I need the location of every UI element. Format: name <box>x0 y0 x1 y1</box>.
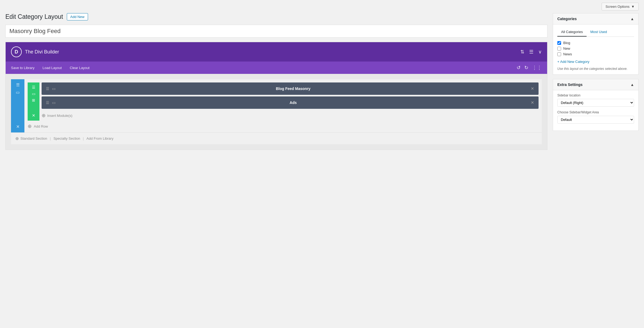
categories-panel-toggle[interactable]: ▲ <box>630 17 634 21</box>
extra-settings-toggle[interactable]: ▲ <box>630 82 634 87</box>
widget-area-select[interactable]: Default <box>557 116 634 124</box>
divi-toolbar-left: Save to Library Load Layout Clear Layout <box>11 66 90 70</box>
categories-panel-body: All Categories Most Used Blog New <box>553 24 638 74</box>
module-name-ads: Ads <box>56 100 531 105</box>
row-sidebar-icons: ☰ ▭ ⊞ <box>32 85 35 102</box>
categories-panel-header: Categories ▲ <box>553 13 638 24</box>
add-from-library-button[interactable]: Add From Library <box>86 136 113 140</box>
main-content: Edit Category Layout Add New D The Divi … <box>0 13 644 155</box>
extra-settings-panel: Extra Settings ▲ Sidebar location Defaul… <box>553 79 639 131</box>
divi-toolbar: Save to Library Load Layout Clear Layout… <box>6 62 547 74</box>
module-menu-icon[interactable]: ☰ <box>46 86 49 91</box>
undo-icon[interactable]: ↺ <box>517 65 521 71</box>
layout-title-input[interactable] <box>5 25 547 38</box>
divi-body: ☰ ▭ ✕ ☰ ▭ ⊞ <box>6 74 547 150</box>
sidebar-location-label: Sidebar location <box>557 93 634 97</box>
section-layout-icon[interactable]: ▭ <box>16 90 20 95</box>
row-layout1-icon[interactable]: ▭ <box>32 92 35 96</box>
category-checkbox-new[interactable] <box>557 47 561 51</box>
divi-header: D The Divi Builder ⇅ ☰ ∨ <box>6 42 547 62</box>
module-row-left: ☰ ▭ <box>46 86 56 91</box>
section-menu-icon[interactable]: ☰ <box>16 82 20 87</box>
add-new-category-link[interactable]: + Add New Category <box>557 60 634 64</box>
category-tabs: All Categories Most Used <box>557 28 634 37</box>
tab-most-used[interactable]: Most Used <box>587 28 611 37</box>
screen-options-button[interactable]: Screen Options ▼ <box>602 3 639 10</box>
category-label-blog: Blog <box>563 41 570 45</box>
divi-logo-area: D The Divi Builder <box>11 46 59 57</box>
section-sidebar-icons: ☰ ▭ <box>16 82 20 95</box>
divi-toolbar-right: ↺ ↻ ⋮⋮ <box>517 65 542 71</box>
module-row: ☰ ▭ Blog Feed Masonry ✕ <box>42 82 539 95</box>
standard-section-button[interactable]: ⊕ Standard Section <box>15 136 47 141</box>
divi-logo[interactable]: D <box>11 46 22 57</box>
standard-section-label: Standard Section <box>20 136 47 140</box>
section-block: ☰ ▭ ✕ ☰ ▭ ⊞ <box>11 79 542 132</box>
redo-icon[interactable]: ↻ <box>524 65 528 71</box>
list-item: News <box>557 51 634 57</box>
screen-options-label: Screen Options <box>606 5 630 9</box>
extra-settings-body: Sidebar location Default (Right) Left No… <box>553 90 638 131</box>
standard-section-plus-icon: ⊕ <box>15 136 19 141</box>
chevron-down-icon: ▼ <box>631 5 635 9</box>
category-checkbox-blog[interactable] <box>557 41 561 45</box>
modules-area: ☰ ▭ Blog Feed Masonry ✕ ☰ <box>42 82 539 121</box>
widget-area-label: Choose Sidebar/Widget Area <box>557 110 634 114</box>
specialty-section-button[interactable]: Specialty Section <box>53 136 80 140</box>
module-layout-icon[interactable]: ▭ <box>52 100 56 105</box>
list-item: New <box>557 46 634 51</box>
list-item: Blog <box>557 40 634 46</box>
add-row-button[interactable]: ⊕ Add Row <box>28 121 539 129</box>
categories-panel-title: Categories <box>557 17 577 21</box>
module-name-blog-feed: Blog Feed Masonry <box>56 86 531 91</box>
extra-settings-header: Extra Settings ▲ <box>553 79 638 90</box>
expand-icon[interactable]: ∨ <box>538 49 542 55</box>
category-list: Blog New News <box>557 40 634 57</box>
row-layout2-icon[interactable]: ⊞ <box>32 98 35 102</box>
extra-settings-title: Extra Settings <box>557 82 583 87</box>
divi-builder-title: The Divi Builder <box>25 49 59 55</box>
add-row-label: Add Row <box>34 124 48 128</box>
module-close-icon-ads[interactable]: ✕ <box>531 100 534 105</box>
divider2: | <box>83 136 84 140</box>
category-checkbox-news[interactable] <box>557 52 561 56</box>
clear-layout-button[interactable]: Clear Layout <box>70 66 90 70</box>
divi-logo-letter: D <box>15 49 18 55</box>
add-new-button[interactable]: Add New <box>67 13 88 20</box>
section-sidebar: ☰ ▭ ✕ <box>11 79 24 132</box>
divi-builder: D The Divi Builder ⇅ ☰ ∨ Save to Library… <box>5 42 547 150</box>
history-icon[interactable]: ⋮⋮ <box>532 65 542 71</box>
specialty-section-label: Specialty Section <box>53 136 80 140</box>
module-layout-icon[interactable]: ▭ <box>52 86 56 91</box>
module-row-left: ☰ ▭ <box>46 100 56 105</box>
row-sidebar: ☰ ▭ ⊞ ✕ <box>28 82 39 121</box>
section-actions: ⊕ Standard Section | Specialty Section |… <box>11 132 542 144</box>
category-label-new: New <box>563 46 570 51</box>
sidebar-location-select[interactable]: Default (Right) Left None <box>557 99 634 107</box>
add-row-plus-icon: ⊕ <box>28 123 32 129</box>
add-from-library-label: Add From Library <box>86 136 113 140</box>
page-title: Edit Category Layout <box>5 13 63 20</box>
save-to-library-button[interactable]: Save to Library <box>11 66 34 70</box>
left-panel: Edit Category Layout Add New D The Divi … <box>5 13 547 150</box>
insert-plus-icon: ⊕ <box>42 113 46 118</box>
menu-icon[interactable]: ☰ <box>529 49 533 55</box>
tab-all-categories[interactable]: All Categories <box>557 28 587 37</box>
categories-panel: Categories ▲ All Categories Most Used Bl… <box>553 13 639 75</box>
module-row: ☰ ▭ Ads ✕ <box>42 96 539 109</box>
insert-module-button[interactable]: ⊕ Insert Module(s) <box>42 110 539 121</box>
section-close-icon[interactable]: ✕ <box>16 124 20 129</box>
sort-icon[interactable]: ⇅ <box>520 49 524 55</box>
module-menu-icon[interactable]: ☰ <box>46 100 49 105</box>
row-close-icon[interactable]: ✕ <box>32 113 35 118</box>
module-close-icon[interactable]: ✕ <box>531 86 534 91</box>
top-bar: Screen Options ▼ <box>0 0 644 13</box>
divider1: | <box>50 136 51 140</box>
right-panel: Categories ▲ All Categories Most Used Bl… <box>553 13 639 150</box>
insert-module-label: Insert Module(s) <box>47 114 72 118</box>
category-label-news: News <box>563 52 572 56</box>
categories-description: Use this layout on the categories select… <box>557 66 634 71</box>
row-menu-icon[interactable]: ☰ <box>32 85 35 89</box>
page-heading: Edit Category Layout Add New <box>5 13 547 20</box>
load-layout-button[interactable]: Load Layout <box>42 66 62 70</box>
